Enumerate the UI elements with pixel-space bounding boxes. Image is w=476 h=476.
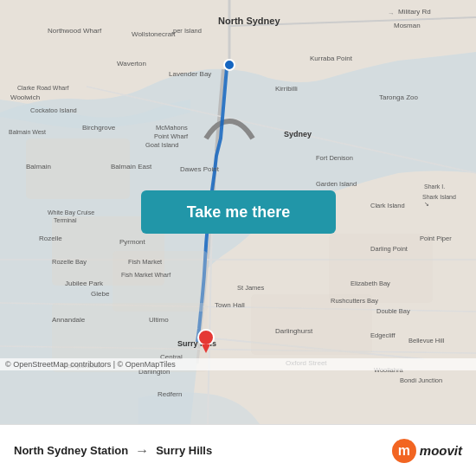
svg-text:Clark Island: Clark Island: [370, 202, 405, 209]
svg-text:Kirribilli: Kirribilli: [275, 85, 298, 93]
svg-text:Glebe: Glebe: [91, 290, 110, 298]
svg-text:Point Wharf: Point Wharf: [154, 132, 189, 140]
destination-label: Surry Hills: [156, 444, 212, 457]
svg-text:Double Bay: Double Bay: [376, 307, 410, 315]
svg-text:Lavender Bay: Lavender Bay: [169, 70, 211, 78]
svg-text:Cockatoo Island: Cockatoo Island: [30, 106, 77, 114]
svg-text:North Sydney: North Sydney: [218, 16, 280, 26]
svg-text:Rozelle Bay: Rozelle Bay: [52, 258, 87, 266]
svg-text:Point Piper: Point Piper: [420, 235, 452, 242]
copyright-text: © OpenStreetMap contributors | © OpenMap…: [0, 358, 476, 370]
svg-text:Rozelle: Rozelle: [39, 235, 62, 242]
svg-text:Sydney: Sydney: [284, 130, 312, 138]
svg-text:Balmain West: Balmain West: [9, 129, 46, 135]
destination-pin: [197, 329, 215, 353]
origin-pin: [223, 59, 235, 71]
svg-text:per Island: per Island: [173, 27, 202, 35]
svg-text:Mosman: Mosman: [394, 22, 421, 29]
svg-text:Taronga Zoo: Taronga Zoo: [379, 93, 418, 101]
svg-text:McMahons: McMahons: [156, 124, 188, 132]
svg-text:Kurraba Point: Kurraba Point: [310, 55, 353, 62]
svg-text:Pyrmont: Pyrmont: [119, 238, 146, 246]
map-container: North Sydney Northwood Wharf Wollstonecr…: [0, 0, 476, 424]
svg-text:Dawes Point: Dawes Point: [180, 165, 220, 173]
svg-text:Fish Market: Fish Market: [128, 258, 163, 266]
svg-text:Elizabeth Bay: Elizabeth Bay: [351, 280, 390, 287]
svg-text:Rushcutters Bay: Rushcutters Bay: [331, 297, 378, 305]
svg-text:Bondi Junction: Bondi Junction: [400, 376, 442, 384]
svg-text:Woolwich: Woolwich: [10, 93, 40, 101]
svg-text:Northwood Wharf: Northwood Wharf: [48, 27, 102, 35]
moovit-logo: m moovit: [392, 439, 462, 463]
svg-text:Fort Denison: Fort Denison: [316, 154, 353, 162]
svg-text:Birchgrove: Birchgrove: [82, 124, 116, 132]
svg-text:Clarke Road Wharf: Clarke Road Wharf: [17, 85, 69, 91]
take-me-there-button[interactable]: Take me there: [141, 190, 336, 234]
svg-text:Terminal: Terminal: [54, 217, 77, 223]
svg-text:↘: ↘: [424, 201, 429, 207]
svg-text:Waverton: Waverton: [117, 60, 146, 68]
svg-text:White Bay Cruise: White Bay Cruise: [48, 209, 94, 216]
svg-text:Wollstonecraft: Wollstonecraft: [132, 30, 176, 38]
svg-text:Balmain East: Balmain East: [111, 163, 152, 170]
arrow-icon: →: [135, 443, 149, 459]
svg-text:Bellevue Hill: Bellevue Hill: [408, 337, 445, 344]
svg-text:Redfern: Redfern: [158, 390, 182, 398]
svg-text:Fish Market Wharf: Fish Market Wharf: [121, 272, 170, 278]
moovit-icon: m: [392, 439, 416, 463]
svg-text:Annandale: Annandale: [52, 316, 86, 324]
svg-text:Garden Island: Garden Island: [316, 180, 357, 188]
svg-rect-18: [329, 234, 433, 303]
svg-text:Military Rd: Military Rd: [398, 8, 431, 16]
svg-text:Edgecliff: Edgecliff: [370, 331, 396, 339]
svg-text:Shark Island: Shark Island: [422, 194, 456, 200]
svg-text:Shark I.: Shark I.: [424, 183, 445, 190]
moovit-text-label: moovit: [420, 443, 462, 458]
origin-label: North Sydney Station: [14, 444, 128, 457]
svg-text:Ultimo: Ultimo: [149, 316, 169, 324]
svg-text:Darling Point: Darling Point: [370, 245, 408, 253]
svg-text:St James: St James: [237, 284, 265, 292]
route-info: North Sydney Station → Surry Hills: [14, 443, 392, 459]
svg-text:Goat Island: Goat Island: [145, 141, 178, 149]
svg-text:Town Hall: Town Hall: [215, 301, 245, 309]
svg-text:Balmain: Balmain: [26, 163, 51, 170]
svg-text:Darlinghurst: Darlinghurst: [275, 327, 313, 335]
svg-text:Jubilee Park: Jubilee Park: [65, 280, 104, 287]
svg-text:→: →: [388, 10, 395, 17]
bottom-bar: North Sydney Station → Surry Hills m moo…: [0, 424, 476, 476]
